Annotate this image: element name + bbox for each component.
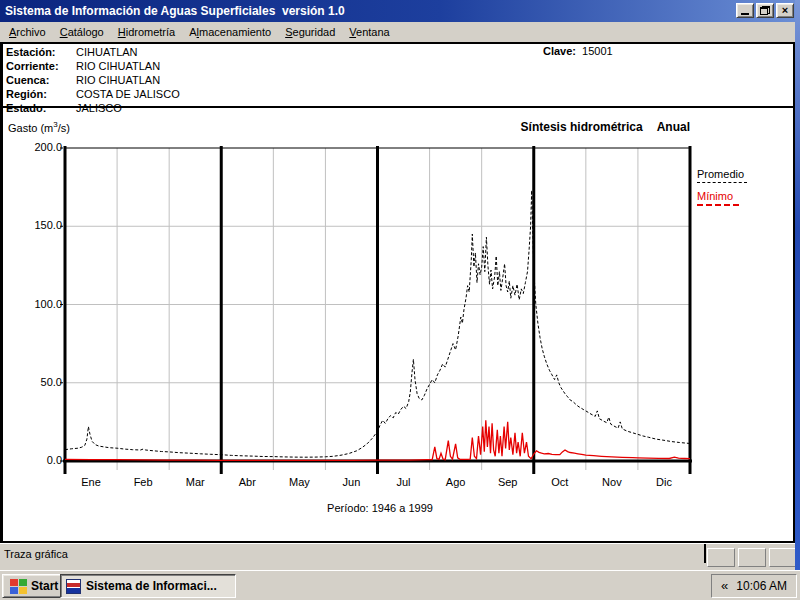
y-axis-tick-label: 150.0 [3, 219, 62, 231]
x-axis-tick-label: Dic [638, 476, 690, 488]
y-axis-title: Gasto (m3/s) [8, 120, 70, 134]
system-tray: « 10:06 AM [711, 574, 797, 598]
y-axis-tick-label: 200.0 [3, 141, 62, 153]
x-axis-tick-label: Mar [169, 476, 221, 488]
promedio-line-sample-icon [697, 182, 747, 183]
x-axis-tick-label: Abr [221, 476, 273, 488]
menu-bar: Archivo Catálogo Hidrometría Almacenamie… [0, 22, 800, 42]
minimize-icon [741, 13, 749, 15]
clave-value: 15001 [582, 45, 613, 57]
station-row-estacion: Estación:CIHUATLAN [6, 45, 180, 59]
menu-seguridad[interactable]: Seguridad [278, 24, 342, 40]
period-caption: Período: 1946 a 1999 [230, 502, 530, 514]
status-panels [704, 548, 797, 567]
close-button[interactable]: × [776, 3, 794, 18]
x-axis-tick-label: Oct [534, 476, 586, 488]
title-bar: Sistema de Información de Aguas Superfic… [0, 0, 800, 22]
minimize-button[interactable] [736, 3, 754, 18]
x-axis-tick-label: Nov [586, 476, 638, 488]
menu-hidrometria[interactable]: Hidrometría [111, 24, 182, 40]
window-controls: × [734, 3, 794, 18]
taskbar-task-button[interactable]: Sistema de Informaci... [60, 574, 236, 598]
restore-icon [760, 6, 770, 15]
menu-catalogo[interactable]: Catálogo [53, 24, 111, 40]
menu-almacenamiento[interactable]: Almacenamiento [182, 24, 278, 40]
close-icon: × [782, 5, 788, 16]
header-separator [3, 106, 793, 108]
client-area: Estación:CIHUATLAN Corriente:RIO CIHUATL… [0, 42, 795, 543]
station-row-region: Región:COSTA DE JALISCO [6, 87, 180, 101]
station-row-estado: Estado:JALISCO [6, 101, 180, 115]
station-row-corriente: Corriente:RIO CIHUATLAN [6, 59, 180, 73]
x-axis-tick-label: Jul [378, 476, 430, 488]
status-message: Traza gráfica [0, 544, 800, 560]
clock[interactable]: 10:06 AM [736, 579, 787, 593]
chart-mode-label: Anual [657, 120, 690, 134]
status-panel [738, 548, 766, 567]
chart-title: Síntesis hidrométricaAnual [521, 120, 690, 134]
series-promedio [65, 190, 690, 457]
tray-collapse-chevron[interactable]: « [721, 576, 728, 596]
x-axis-tick-label: Ago [430, 476, 482, 488]
chart-legend: Promedio Mínimo [697, 168, 767, 213]
x-axis-tick-label: Ene [65, 476, 117, 488]
x-axis-tick-label: Feb [117, 476, 169, 488]
x-axis-tick-label: May [273, 476, 325, 488]
status-bar: Traza gráfica [0, 543, 800, 570]
y-axis-tick-label: 100.0 [3, 298, 62, 310]
start-button[interactable]: Start [2, 574, 66, 598]
chart-axis-labels: 0.050.0100.0150.0200.0EneFebMarAbrMayJun… [3, 44, 793, 541]
menu-archivo[interactable]: Archivo [2, 24, 53, 40]
x-axis-tick-label: Sep [482, 476, 534, 488]
menu-ventana[interactable]: Ventana [342, 24, 396, 40]
legend-entry-promedio: Promedio [697, 168, 767, 183]
status-panel [769, 548, 797, 567]
station-key: Clave:15001 [543, 45, 613, 57]
station-row-cuenca: Cuenca:RIO CIHUATLAN [6, 73, 180, 87]
app-icon [66, 579, 81, 594]
status-panel [707, 548, 735, 567]
taskbar: Start Sistema de Informaci... « 10:06 AM [0, 570, 800, 600]
task-button-label: Sistema de Informaci... [86, 579, 217, 593]
minimo-line-sample-icon [697, 204, 739, 206]
legend-entry-minimo: Mínimo [697, 190, 767, 206]
hydrograph-chart [3, 44, 793, 541]
restore-button[interactable] [756, 3, 774, 18]
legend-label-promedio: Promedio [697, 168, 767, 180]
station-info: Estación:CIHUATLAN Corriente:RIO CIHUATL… [6, 45, 180, 115]
y-axis-tick-label: 0.0 [3, 454, 62, 466]
clave-label: Clave: [543, 45, 576, 57]
series-mínimo [65, 420, 690, 460]
legend-label-minimo: Mínimo [697, 190, 767, 202]
window-title: Sistema de Información de Aguas Superfic… [0, 4, 345, 18]
window-right-border [795, 0, 800, 570]
application-window: Sistema de Información de Aguas Superfic… [0, 0, 800, 600]
windows-flag-icon [10, 579, 27, 594]
x-axis-tick-label: Jun [325, 476, 377, 488]
y-axis-tick-label: 50.0 [3, 376, 62, 388]
start-label: Start [31, 579, 58, 593]
